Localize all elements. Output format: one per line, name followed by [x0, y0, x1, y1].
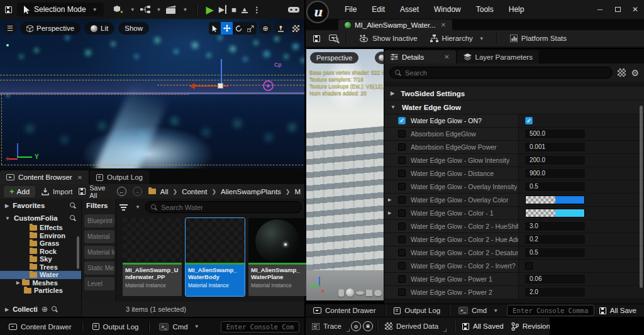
search-icon[interactable]	[70, 202, 76, 209]
output-log-button[interactable]: Output Log	[390, 307, 444, 314]
folder-row[interactable]: Trees	[0, 263, 81, 272]
param-value-input[interactable]: 3.0	[525, 222, 585, 231]
menu-help[interactable]: Help	[501, 5, 532, 14]
insights-icon[interactable]: ◍	[351, 321, 361, 331]
param-value-checkbox[interactable]	[525, 262, 533, 270]
param-color-swatch[interactable]	[525, 195, 585, 204]
save-icon[interactable]	[313, 35, 320, 42]
menu-window[interactable]: Window	[426, 5, 469, 14]
browse-to-asset-button[interactable]	[329, 35, 337, 42]
param-color-swatch[interactable]	[525, 209, 585, 217]
asset-search-input[interactable]	[161, 204, 296, 211]
content-drawer-button[interactable]: Content Drawer	[309, 307, 380, 314]
asset-tile[interactable]: MI_AlienSwamp_WaterPlane Material Instan…	[248, 218, 308, 296]
override-checkbox[interactable]	[398, 183, 406, 190]
audio-sprite-icon[interactable]	[263, 80, 274, 91]
override-checkbox[interactable]	[398, 196, 406, 204]
show-inactive-button[interactable]: Show Inactive	[355, 35, 421, 42]
breadcrumb-item[interactable]: AlienSwampPlants	[221, 188, 281, 195]
filter-chip[interactable]: Material	[84, 230, 114, 243]
param-value-input[interactable]: 900.0	[525, 169, 585, 178]
details-search[interactable]	[389, 67, 613, 79]
selection-mode-button[interactable]: Selection Mode ▼	[17, 3, 104, 16]
override-checkbox[interactable]	[398, 249, 406, 256]
search-icon[interactable]	[70, 215, 76, 221]
save-all-button[interactable]: Save All	[79, 184, 111, 199]
skip-button[interactable]: ▶	[219, 5, 226, 14]
show-button[interactable]: Show	[118, 22, 149, 35]
cylinder-shape-button[interactable]	[338, 289, 344, 297]
param-value-input[interactable]: 0.001	[525, 143, 585, 151]
tree-scrollbar[interactable]	[77, 236, 79, 269]
menu-edit[interactable]: Edit	[364, 5, 392, 14]
folder-row[interactable]: ▶Meshes	[0, 279, 81, 287]
screenshot-icon[interactable]: ▣	[363, 321, 373, 331]
gear-icon[interactable]: ⚙	[631, 68, 639, 78]
folder-row[interactable]: Effects	[0, 224, 81, 232]
param-value-input[interactable]: 200.0	[525, 156, 585, 165]
hierarchy-dropdown[interactable]: Hierarchy ▼	[426, 35, 488, 42]
filter-chip[interactable]: Static Mesh	[84, 261, 114, 275]
folder-row[interactable]: Grass	[0, 239, 81, 248]
expander-icon[interactable]: ▶	[388, 197, 393, 202]
grid-snap-icon[interactable]	[289, 22, 302, 35]
gizmo-origin[interactable]	[218, 83, 223, 89]
collections-header[interactable]: ▶ Collecti ⊕	[0, 302, 82, 317]
close-icon[interactable]: ✕	[444, 53, 449, 60]
root-folder-header[interactable]: ▼ CustomFolia	[0, 212, 81, 224]
content-drawer-button[interactable]: Content Drawer	[5, 323, 75, 331]
param-value-input[interactable]: 0.06	[525, 275, 585, 283]
sphere-shape-button[interactable]	[346, 288, 354, 297]
move-tool-icon[interactable]	[221, 22, 233, 35]
add-actor-button[interactable]: ▼	[114, 5, 135, 14]
all-saved-button[interactable]: All Save	[596, 307, 640, 314]
console-command-field[interactable]	[221, 321, 299, 332]
folder-row[interactable]: Particles	[0, 287, 81, 295]
override-checkbox[interactable]	[398, 143, 406, 151]
perspective-button[interactable]: Perspective	[20, 22, 80, 35]
add-button[interactable]: + Add	[4, 186, 35, 197]
section-water-edge-glow[interactable]: ▼ Water Edge Glow	[384, 101, 644, 114]
menu-file[interactable]: File	[337, 5, 364, 14]
cmd-dropdown[interactable]: >_ Cmd ▼	[455, 307, 502, 314]
search-icon[interactable]	[52, 306, 58, 312]
scale-tool-icon[interactable]	[245, 22, 257, 35]
save-icon[interactable]	[5, 6, 12, 13]
folder-row[interactable]: Rock	[0, 248, 81, 256]
param-value-input[interactable]: 0.5	[525, 182, 585, 191]
trace-button[interactable]: Trace	[308, 322, 345, 330]
param-value-checkbox[interactable]: ✓	[525, 117, 533, 124]
param-value-input[interactable]: 0.2	[525, 235, 585, 244]
menu-asset[interactable]: Asset	[392, 5, 426, 14]
override-checkbox[interactable]	[398, 288, 406, 296]
console-command-input[interactable]	[513, 307, 589, 314]
close-icon[interactable]: ✕	[441, 21, 446, 28]
override-checkbox[interactable]	[398, 130, 406, 138]
tab-material-instance[interactable]: MI_AlienSwamp_Water... ✕	[338, 19, 452, 30]
override-checkbox[interactable]	[398, 209, 406, 217]
breadcrumb-item[interactable]: M	[294, 188, 301, 195]
override-checkbox[interactable]	[398, 157, 406, 164]
favorites-header[interactable]: ▶ Favorites	[0, 199, 81, 212]
tab-output-log[interactable]: Output Log	[90, 170, 149, 184]
all-saved-status[interactable]: All Saved	[458, 322, 508, 330]
platform-stats-button[interactable]: Platform Stats	[506, 35, 570, 42]
breadcrumb-item[interactable]: All	[160, 188, 169, 195]
output-log-button[interactable]: Output Log	[89, 323, 143, 331]
console-command-input[interactable]	[226, 323, 294, 331]
override-checkbox[interactable]	[398, 262, 406, 270]
param-value-input[interactable]: 0.5	[525, 248, 585, 257]
preview-perspective-button[interactable]: Perspective	[310, 52, 358, 63]
plane-shape-button[interactable]	[356, 291, 364, 295]
material-preview-viewport[interactable]: Perspective Base pass vertex shader: 522…	[306, 49, 384, 300]
breadcrumb-item[interactable]: Content	[182, 188, 207, 195]
display-options-icon[interactable]	[618, 69, 626, 77]
asset-tile[interactable]: MI_AlienSwamp_Underwater_PP Material Ins…	[123, 218, 182, 296]
cmd-dropdown[interactable]: >_ Cmd ▼	[155, 323, 203, 331]
filter-chip[interactable]: Level	[84, 277, 114, 290]
play-options-kebab-icon[interactable]: ⋮	[253, 5, 261, 14]
section-twosided[interactable]: ▶ TwoSided Settings	[384, 87, 644, 101]
filter-funnel-icon[interactable]	[119, 203, 128, 212]
eject-button[interactable]: ▲	[242, 6, 248, 13]
folder-row-selected[interactable]: Water	[0, 271, 81, 279]
